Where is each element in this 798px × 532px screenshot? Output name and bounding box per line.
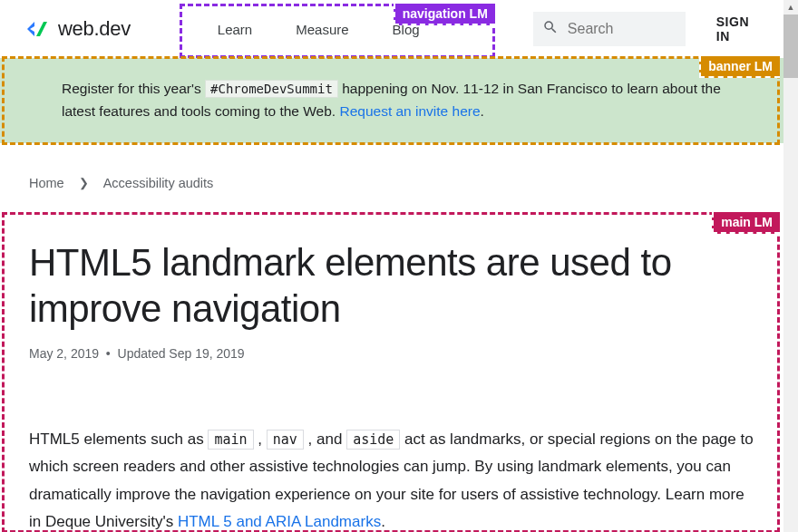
- chevron-right-icon: ❯: [79, 176, 89, 189]
- nav-measure[interactable]: Measure: [274, 22, 370, 37]
- landmark-badge-main: main LM: [712, 212, 780, 234]
- site-logo[interactable]: web.dev: [25, 17, 131, 41]
- search-icon: [542, 19, 559, 39]
- nav-learn[interactable]: Learn: [196, 22, 274, 37]
- breadcrumb: Home ❯ Accessibility audits: [0, 143, 783, 212]
- published-date: May 2, 2019: [29, 346, 99, 361]
- main-content: main LM HTML5 landmark elements are used…: [0, 212, 783, 532]
- scrollbar-track[interactable]: ▲: [783, 0, 798, 532]
- primary-nav: navigation LM Learn Measure Blog About: [183, 0, 533, 58]
- banner-invite-link[interactable]: Request an invite here: [339, 103, 480, 119]
- search-box[interactable]: [533, 12, 686, 46]
- banner-suffix: .: [481, 103, 484, 119]
- deque-link[interactable]: HTML 5 and ARIA Landmarks: [178, 513, 381, 530]
- code-aside: aside: [346, 430, 400, 450]
- banner-text-prefix: Register for this year's: [62, 81, 201, 96]
- search-input[interactable]: [568, 21, 676, 37]
- code-main: main: [208, 430, 253, 450]
- announcement-banner: Register for this year's #ChromeDevSummi…: [0, 58, 783, 143]
- article-dates: May 2, 2019 • Updated Sep 19, 2019: [29, 346, 754, 361]
- para-text: HTML5 elements such as: [29, 430, 204, 448]
- para-text-3: .: [381, 513, 385, 530]
- breadcrumb-home[interactable]: Home: [29, 176, 64, 190]
- scrollbar-thumb[interactable]: [783, 15, 798, 78]
- webdev-logo-icon: [25, 19, 51, 39]
- announcement-banner-wrap: Register for this year's #ChromeDevSummi…: [0, 58, 783, 143]
- nav-blog[interactable]: Blog: [371, 22, 442, 37]
- site-logo-text: web.dev: [58, 17, 131, 41]
- article-body: HTML5 elements such as main , nav , and …: [29, 426, 754, 532]
- updated-label: Updated: [118, 346, 166, 361]
- breadcrumb-current[interactable]: Accessibility audits: [103, 176, 214, 190]
- scrollbar-up-arrow[interactable]: ▲: [783, 0, 798, 15]
- updated-date: Sep 19, 2019: [169, 346, 244, 361]
- banner-hashtag: #ChromeDevSummit: [205, 80, 338, 98]
- page-title: HTML5 landmark elements are used to impr…: [29, 239, 754, 332]
- signin-link[interactable]: SIGN IN: [716, 15, 758, 44]
- code-nav: nav: [267, 430, 304, 450]
- top-header: web.dev navigation LM Learn Measure Blog…: [0, 0, 783, 58]
